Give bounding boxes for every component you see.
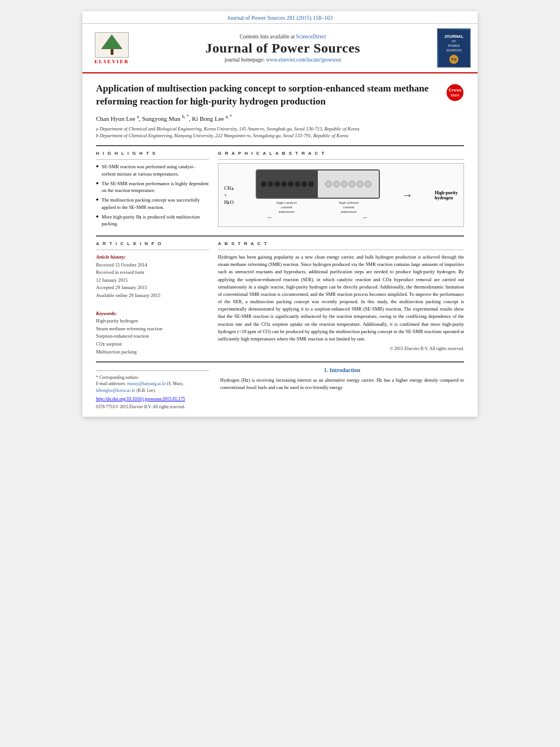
catalyst-particle (295, 181, 300, 187)
info-abstract-divider (96, 235, 464, 237)
catalyst-label: high catalystcontentadmixture (256, 200, 318, 214)
highlights-divider (96, 159, 209, 160)
email-mun-link[interactable]: munsy@hanyang.ac.kr (127, 381, 166, 386)
sciencedirect-link[interactable]: ScienceDirect (296, 34, 326, 40)
copyright-text: © 2015 Elsevier B.V. All rights reserved… (218, 346, 464, 351)
list-item: More high-purity H₂ is produced with mul… (96, 213, 209, 228)
sorbent-particle (365, 181, 371, 187)
reactor-tube (256, 169, 380, 199)
catalyst-particle (261, 181, 266, 187)
keyword-item: Sorption-enhanced reaction (96, 333, 209, 340)
journal-title: Journal of Power Sources (134, 41, 431, 56)
abstract-text: Hydrogen has been gaining popularity as … (218, 254, 464, 343)
homepage-label: journal homepage: (225, 57, 265, 63)
sorbent-particle (357, 181, 364, 187)
svg-text:SOURCES: SOURCES (446, 49, 462, 52)
keywords-label: Keywords: (96, 310, 209, 318)
info-abstract-row: A R T I C L E I N F O Article history: R… (96, 241, 464, 356)
svg-text:OF: OF (452, 40, 456, 43)
affiliation-a: a Department of Chemical and Biological … (96, 126, 360, 132)
catalyst-particle (301, 181, 307, 187)
reactant-label: CH₄+H₂O (224, 185, 234, 206)
keyword-item: High-purity hydrogen (96, 317, 209, 325)
catalyst-particle (288, 181, 294, 187)
intro-right-col: 1. Introduction Hydrogen (H₂) is receivi… (220, 367, 464, 410)
article-history: Article history: Received 15 October 201… (96, 254, 209, 300)
graphical-abstract-label: G R A P H I C A L A B S T R A C T (218, 151, 464, 156)
article-info-section: A R T I C L E I N F O Article history: R… (96, 241, 209, 356)
journal-reference-bar: Journal of Power Sources 281 (2015) 158–… (82, 11, 478, 24)
title-area: Cross Mark Application of multisection p… (96, 82, 464, 108)
sciencedirect-line: Contents lists available at ScienceDirec… (134, 34, 431, 40)
svg-point-11 (447, 84, 463, 101)
intro-left-col: * Corresponding authors. E-mail addresse… (96, 367, 209, 410)
crossmark-badge: Cross Mark (446, 84, 464, 104)
elsevier-logo-area: ELSEVIER (89, 32, 134, 64)
ai-divider (96, 250, 209, 250)
lee-name: (K.B. Lee). (137, 388, 156, 393)
catalyst-particle (308, 181, 314, 187)
section-number: 1. (324, 367, 329, 373)
article-title: Application of multisection packing conc… (96, 82, 464, 108)
highlights-list: SE-SMR reaction was performed using cata… (96, 163, 209, 228)
section-title: Introduction (330, 367, 360, 373)
elsevier-brand-text: ELSEVIER (94, 59, 129, 64)
sorbent-particle (341, 181, 348, 187)
page: Journal of Power Sources 281 (2015) 158–… (82, 11, 478, 417)
introduction-section: * Corresponding authors. E-mail addresse… (96, 367, 464, 410)
sorbent-particle (333, 181, 340, 187)
article-body: Cross Mark Application of multisection p… (82, 73, 478, 417)
catalyst-particle (281, 181, 287, 187)
graphical-abstract-section: G R A P H I C A L A B S T R A C T CH₄+H₂… (218, 151, 464, 230)
revised-date: Received in revised form12 January 2015 (96, 269, 209, 284)
svg-text:Mark: Mark (450, 93, 460, 97)
svg-text:JOURNAL: JOURNAL (444, 34, 464, 38)
reactor-arrows: ← ← (256, 214, 380, 221)
svg-rect-1 (111, 49, 113, 55)
received-date: Received 15 October 2014 (96, 261, 209, 269)
intro-text: Hydrogen (H₂) is receiving increasing in… (220, 377, 464, 391)
sorbent-particle (325, 181, 332, 187)
corresponding-authors-note: * Corresponding authors. E-mail addresse… (96, 374, 209, 394)
mun-name: (S. Mun), (167, 381, 183, 386)
keywords-section: Keywords: High-purity hydrogen Steam met… (96, 310, 209, 356)
catalyst-particle (274, 181, 280, 187)
contents-label: Contents lists available at (239, 34, 294, 40)
output-label: High-purityhydrogen (435, 190, 458, 200)
footnote-area: * Corresponding authors. E-mail addresse… (96, 370, 209, 410)
elsevier-tree-icon (95, 32, 129, 58)
homepage-url[interactable]: www.elsevier.com/locate/jpowsour (266, 57, 341, 63)
highlights-label: H I G H L I G H T S (96, 151, 209, 156)
list-item: The SE-SMR reaction performance is highl… (96, 180, 209, 195)
history-label: Article history: (96, 254, 209, 261)
svg-text:POWER: POWER (448, 44, 460, 47)
sorbent-label: high sorbentcontentadmixture (318, 200, 380, 214)
reactor-labels-row: high catalystcontentadmixture high sorbe… (256, 200, 380, 214)
journal-title-area: Contents lists available at ScienceDirec… (134, 34, 431, 63)
journal-cover-image: JOURNAL OF POWER SOURCES PS (437, 28, 471, 68)
keyword-item: CO₂ sorption (96, 340, 209, 348)
journal-cover-area: JOURNAL OF POWER SOURCES PS (431, 28, 471, 68)
affiliations: a Department of Chemical and Biological … (96, 125, 464, 140)
corresponding-label: * Corresponding authors. (96, 375, 139, 380)
journal-header: ELSEVIER Contents lists available at Sci… (82, 24, 478, 73)
email-label: E-mail addresses: (96, 381, 126, 386)
homepage-line: journal homepage: www.elsevier.com/locat… (134, 57, 431, 63)
keywords-list: High-purity hydrogen Steam methane refor… (96, 317, 209, 356)
left-arrow: ← (267, 214, 273, 221)
intro-section-title: 1. Introduction (220, 367, 464, 373)
reactor-diagram: high catalystcontentadmixture high sorbe… (256, 169, 380, 221)
keyword-item: Multisection packing (96, 348, 209, 356)
doi-anchor[interactable]: http://dx.doi.org/10.1016/j.jpowsour.201… (96, 396, 185, 401)
email-lee-link[interactable]: kibonglee@korea.ac.kr (96, 388, 135, 393)
svg-text:Cross: Cross (449, 88, 462, 93)
issn-text: 0378-7753/© 2015 Elsevier B.V. All right… (96, 404, 209, 410)
available-date: Available online 29 January 2015 (96, 292, 209, 300)
doi-link[interactable]: http://dx.doi.org/10.1016/j.jpowsour.201… (96, 396, 209, 403)
svg-text:PS: PS (451, 58, 457, 62)
catalyst-particle (268, 181, 273, 187)
highlights-section: H I G H L I G H T S SE-SMR reaction was … (96, 151, 209, 230)
list-item: SE-SMR reaction was performed using cata… (96, 163, 209, 178)
main-divider (96, 145, 464, 146)
accepted-date: Accepted 29 January 2015 (96, 284, 209, 292)
